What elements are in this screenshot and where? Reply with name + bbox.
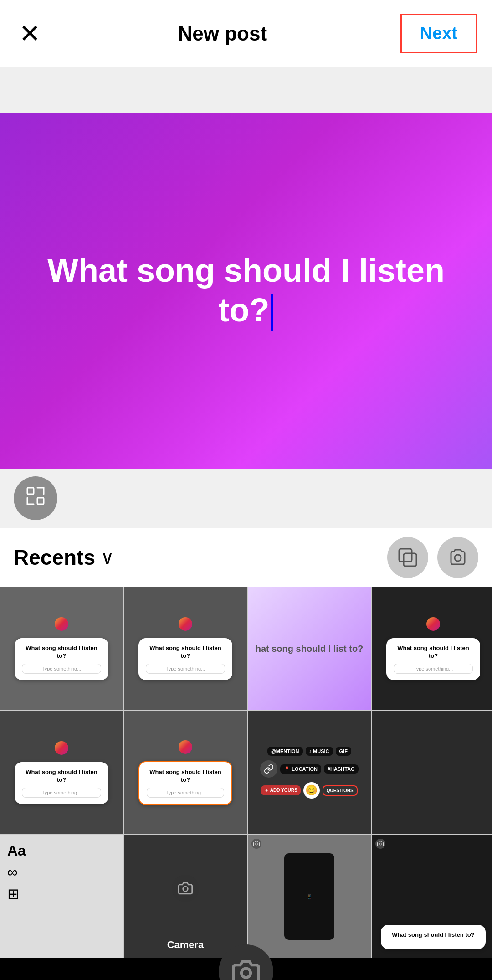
location-sticker: 📍 LOCATION	[280, 764, 321, 774]
next-button[interactable]: Next	[400, 14, 477, 53]
grid-cell-6[interactable]: What song should I listen to? Type somet…	[124, 711, 247, 834]
grid-cell-5[interactable]: What song should I listen to? Type somet…	[0, 711, 123, 834]
link-sticker	[260, 760, 277, 778]
svg-point-6	[256, 843, 258, 845]
hashtag-sticker: #HASHTAG	[324, 764, 359, 774]
gif-sticker: GIF	[336, 747, 351, 756]
camera-button[interactable]	[437, 537, 478, 578]
chevron-down-icon: ∨	[101, 547, 114, 568]
svg-point-8	[241, 969, 251, 978]
camera-small-icon-2	[375, 839, 385, 849]
svg-rect-2	[399, 549, 412, 562]
preview-text: What song should I listen to?	[20, 251, 472, 330]
svg-point-4	[455, 555, 461, 561]
recents-icon-group	[387, 537, 478, 578]
recents-dropdown[interactable]: Recents ∨	[14, 545, 114, 570]
grid-cell-8[interactable]	[372, 711, 492, 834]
recents-bar: Recents ∨	[0, 528, 492, 587]
grid-cell-9[interactable]: Aa ∞ ⊞	[0, 835, 123, 958]
svg-rect-1	[37, 498, 44, 504]
phone-screen-text: 📱	[307, 894, 312, 899]
grid-cell-2[interactable]: What song should I listen to? Type somet…	[124, 587, 247, 710]
svg-rect-3	[404, 553, 416, 566]
image-preview: What song should I listen to?	[0, 113, 492, 469]
loop-icon: ∞	[7, 864, 18, 881]
add-yours-sticker: ＋ ADD YOURS	[261, 785, 300, 795]
text-cursor	[271, 294, 273, 331]
svg-rect-0	[27, 488, 34, 494]
header: ✕ New post Next	[0, 0, 492, 67]
recents-label: Recents	[14, 545, 95, 570]
page-title: New post	[178, 22, 267, 45]
media-grid: What song should I listen to? Type somet…	[0, 587, 492, 958]
svg-point-5	[183, 887, 188, 892]
grid-cell-1[interactable]: What song should I listen to? Type somet…	[0, 587, 123, 710]
close-button[interactable]: ✕	[15, 16, 45, 51]
emoji-sticker: 😊	[303, 782, 320, 799]
top-spacer	[0, 67, 492, 113]
multi-select-button[interactable]	[387, 537, 428, 578]
grid-cell-10[interactable]: Camera	[124, 835, 247, 958]
grid-cell-3[interactable]: hat song should I list to?	[248, 587, 371, 710]
camera-small-icon	[251, 839, 261, 849]
preview-toolbar	[0, 469, 492, 528]
expand-button[interactable]	[14, 476, 57, 520]
camera-overlay-icon	[172, 875, 199, 902]
questions-sticker: QUESTIONS	[323, 785, 358, 796]
grid-icon: ⊞	[7, 885, 20, 903]
mention-sticker: @MENTION	[267, 747, 302, 756]
bottom-nav: POST STORY REEL LIV	[0, 958, 492, 980]
music-sticker: ♪ MUSIC	[306, 747, 333, 756]
text-tool-icon: Aa	[7, 842, 26, 859]
svg-point-7	[379, 843, 382, 845]
expand-icon	[25, 485, 46, 512]
camera-label: Camera	[124, 939, 247, 951]
grid-cell-12[interactable]: What song should I listen to?	[372, 835, 492, 958]
grid-cell-7[interactable]: @MENTION ♪ MUSIC GIF 📍 LOCATION #HASHTAG…	[248, 711, 371, 834]
grid-cell-11[interactable]: 📱	[248, 835, 371, 958]
grid-cell-4[interactable]: What song should I listen to? Type somet…	[372, 587, 492, 710]
